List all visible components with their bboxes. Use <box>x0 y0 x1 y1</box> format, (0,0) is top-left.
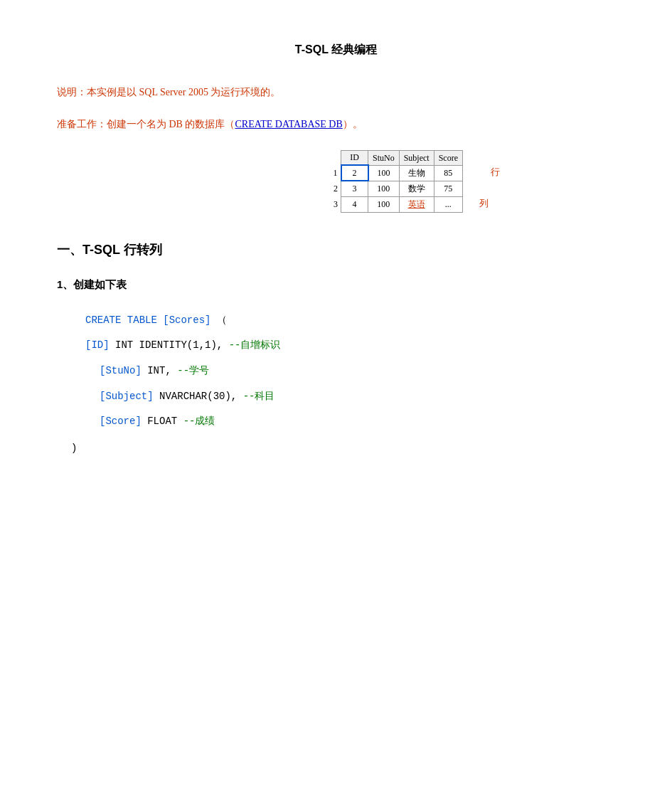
data-table: ID StuNo Subject Score 1 2 100 生物 85 2 3… <box>329 150 464 213</box>
code-line1: CREATE TABLE [Scores] （ <box>85 309 615 333</box>
id-keyword: [ID] <box>85 339 110 351</box>
table-row: 2 3 100 数学 75 <box>329 181 463 196</box>
row-label: 行 <box>491 166 500 179</box>
code-line1-rest: TABLE [Scores] <box>121 314 210 326</box>
create-keyword: CREATE <box>85 314 121 326</box>
cell-subject: 英语 <box>399 196 434 212</box>
prep-prefix: 准备工作：创建一个名为 DB 的数据库（ <box>57 119 235 129</box>
prep-link[interactable]: CREATE DATABASE DB <box>235 119 342 129</box>
table-row: 3 4 100 英语 ... <box>329 196 463 212</box>
code-line6: ) <box>71 437 615 461</box>
cell-id: 2 <box>341 165 368 181</box>
comment-identity: --自增标识 <box>223 339 280 351</box>
code-line4: [Subject] NVARCHAR(30), --科目 <box>100 385 615 409</box>
prep-line: 准备工作：创建一个名为 DB 的数据库（CREATE DATABASE DB）。 <box>57 115 615 133</box>
col-id: ID <box>341 151 368 166</box>
page-title: T-SQL 经典编程 <box>57 43 615 58</box>
table-container: ID StuNo Subject Score 1 2 100 生物 85 2 3… <box>329 150 486 213</box>
cell-subject: 数学 <box>399 181 434 196</box>
code-line3: [StuNo] INT, --学号 <box>100 359 615 383</box>
cell-stuno: 100 <box>368 181 400 196</box>
col-score: Score <box>434 151 462 166</box>
cell-score: ... <box>434 196 462 212</box>
cell-stuno: 100 <box>368 165 400 181</box>
cell-id: 4 <box>341 196 368 212</box>
prep-suffix: ）。 <box>343 119 363 129</box>
cell-id: 3 <box>341 181 368 196</box>
code-block: CREATE TABLE [Scores] （ [ID] INT IDENTIT… <box>85 309 615 461</box>
comment-score: --成绩 <box>177 416 215 427</box>
stuno-keyword: [StuNo] <box>100 365 142 376</box>
cell-stuno: 100 <box>368 196 400 212</box>
table-row: 1 2 100 生物 85 <box>329 165 463 181</box>
comment-stuno: --学号 <box>171 365 209 376</box>
row-num: 2 <box>329 181 341 196</box>
col-label: 列 <box>479 197 489 210</box>
cell-score: 85 <box>434 165 462 181</box>
row-num: 1 <box>329 165 341 181</box>
score-keyword: [Score] <box>100 416 142 427</box>
subject-keyword: [Subject] <box>100 391 154 402</box>
col-stuno: StuNo <box>368 151 400 166</box>
section1-heading: 一、T-SQL 行转列 <box>57 241 615 258</box>
code-line5: [Score] FLOAT --成绩 <box>100 410 615 434</box>
note-line: 说明：本实例是以 SQL Server 2005 为运行环境的。 <box>57 83 615 101</box>
cell-subject: 生物 <box>399 165 434 181</box>
cell-score: 75 <box>434 181 462 196</box>
col-subject: Subject <box>399 151 434 166</box>
row-num: 3 <box>329 196 341 212</box>
sub1-heading: 1、创建如下表 <box>57 278 615 292</box>
comment-subject: --科目 <box>237 391 274 402</box>
row-num-header <box>329 151 341 166</box>
code-line2: [ID] INT IDENTITY(1,1), --自增标识 <box>85 334 615 358</box>
